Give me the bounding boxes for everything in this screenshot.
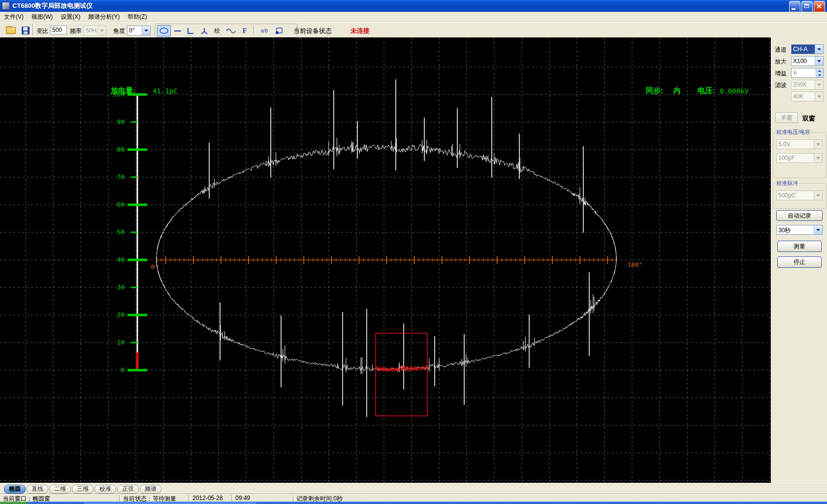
minimize-button[interactable]: [789, 1, 800, 12]
spectrum-icon: F: [243, 27, 247, 35]
save-button[interactable]: [19, 24, 32, 37]
auto-record-button[interactable]: 自动记录: [776, 210, 823, 221]
channel-label: 通道: [775, 46, 787, 54]
status-field-2: 2012-05-28: [192, 495, 223, 502]
two-d-view-icon: [187, 28, 194, 34]
single-window-button[interactable]: 单窗: [775, 112, 798, 123]
menu-item-0[interactable]: 文件(V): [0, 12, 28, 22]
angle-select[interactable]: 0°: [127, 26, 151, 35]
svg-text:90: 90: [117, 118, 125, 126]
toolbar: 变比 频率 50Hz 角度 0° 校 F: [0, 22, 827, 38]
stop-button[interactable]: 停止: [777, 256, 822, 268]
chevron-down-icon: [814, 154, 822, 162]
filter2-select: 40K: [791, 92, 824, 101]
voltage-label: 电压:: [698, 86, 715, 95]
three-d-view-button[interactable]: [197, 25, 211, 36]
windows-taskbar[interactable]: [0, 502, 827, 504]
app-window: CT6800数字局部放电测试仪 文件(V)视图(W)设置(X)频谱分析(Y)帮助…: [0, 0, 827, 504]
calib-pulse-select: 500pC: [776, 190, 823, 200]
view-tab-1[interactable]: 直线: [27, 485, 48, 494]
ratio-icon: a/b: [261, 28, 268, 33]
discharge-label: 放电量:: [111, 86, 135, 95]
line-view-button[interactable]: [171, 25, 185, 36]
ratio-input[interactable]: [50, 26, 67, 34]
filter-select: 200K: [791, 80, 824, 90]
calib-voltage-group-title: 校准电压/电容: [775, 128, 811, 136]
close-button[interactable]: [814, 1, 825, 12]
sine-view-button[interactable]: [224, 25, 238, 36]
calibration-button[interactable]: 校: [210, 25, 224, 36]
ratio-label: 变比: [36, 27, 48, 35]
menu-item-2[interactable]: 设置(X): [57, 12, 84, 22]
amplify-label: 放大: [775, 58, 787, 66]
view-tab-4[interactable]: 校准: [95, 485, 116, 494]
chevron-down-icon: [815, 92, 823, 101]
chevron-down-icon: [814, 140, 822, 149]
maximize-button[interactable]: [801, 1, 813, 12]
ratio-setting-button[interactable]: a/b: [257, 25, 271, 36]
view-tab-5[interactable]: 正弦: [117, 485, 139, 494]
frequency-select: 50Hz: [84, 26, 106, 35]
view-tab-2[interactable]: 二维: [49, 485, 71, 494]
chevron-down-icon: [97, 26, 106, 35]
view-tabs-bar: 椭圆直线二维三维校准正弦频谱: [0, 483, 827, 494]
device-status-label: 当前设备状态: [293, 27, 332, 35]
calib-voltage-group: 校准电压/电容 5.0V 100pF: [773, 132, 827, 178]
status-separator: [119, 495, 121, 502]
measure-button[interactable]: 测量: [777, 241, 822, 252]
spectrum-button[interactable]: F: [238, 25, 252, 36]
start-button[interactable]: [0, 502, 28, 504]
two-d-view-button[interactable]: [184, 25, 197, 36]
dual-window-button[interactable]: [272, 25, 286, 36]
plot-area: 10090807060504030201000°180° 放电量: 41.1pC…: [0, 37, 771, 483]
minimize-icon: [792, 8, 795, 10]
floppy-save-icon: [22, 27, 30, 34]
view-tab-6[interactable]: 频谱: [140, 485, 161, 494]
taskbar-button[interactable]: [84, 502, 256, 504]
chevron-down-icon[interactable]: [815, 45, 823, 54]
dual-window-label: 双窗: [802, 114, 815, 123]
menu-item-1[interactable]: 视图(W): [28, 12, 57, 22]
dual-window-icon: [275, 28, 283, 34]
ellipse-view-icon: [159, 28, 168, 34]
view-tool-group: 校 F a/b: [155, 24, 297, 37]
svg-text:10: 10: [117, 339, 125, 346]
folder-open-icon: [6, 27, 16, 34]
svg-text:80: 80: [117, 146, 125, 153]
open-file-button[interactable]: [4, 24, 18, 37]
svg-text:20: 20: [117, 311, 125, 318]
pd-ellipse-chart: 10090807060504030201000°180°: [0, 37, 771, 483]
chevron-down-icon[interactable]: [815, 57, 823, 65]
svg-text:50: 50: [117, 228, 125, 236]
status-bar: 当前窗口：椭圆窗当前状态：等待测量2012-05-2809:49记录剩余时间:0…: [0, 494, 827, 502]
status-separator: [293, 495, 295, 502]
svg-text:0: 0: [121, 366, 125, 374]
status-separator: [189, 495, 191, 502]
svg-text:70: 70: [117, 173, 125, 181]
chevron-down-icon[interactable]: [814, 225, 822, 234]
view-tab-0[interactable]: 椭圆: [4, 485, 26, 494]
calibration-icon: 校: [214, 27, 220, 35]
three-d-view-icon: [201, 28, 208, 34]
chevron-down-icon[interactable]: [142, 26, 150, 35]
record-interval-select[interactable]: 30秒: [776, 225, 823, 235]
menu-item-4[interactable]: 帮助(Z): [124, 12, 151, 22]
line-view-icon: [174, 28, 182, 34]
channel-select[interactable]: CH-A: [791, 44, 824, 54]
ellipse-view-button[interactable]: [157, 25, 171, 36]
gain-stepper[interactable]: 6: [791, 68, 824, 78]
filter-label: 滤波: [775, 81, 787, 90]
calib-pulse-group: 校准脉冲 500pC: [773, 183, 827, 209]
app-icon: [2, 2, 10, 10]
spin-down-icon[interactable]: [816, 73, 823, 77]
view-tab-3[interactable]: 三维: [72, 485, 94, 494]
menu-item-3[interactable]: 频谱分析(Y): [84, 12, 124, 22]
sine-view-icon: [226, 28, 236, 34]
calib-capacitance-select: 100pF: [776, 153, 823, 163]
spin-up-icon[interactable]: [816, 68, 823, 73]
amplify-select[interactable]: X100: [791, 56, 824, 66]
status-field-3: 09:49: [235, 495, 250, 502]
maximize-icon: [804, 4, 809, 8]
chevron-down-icon: [815, 80, 823, 89]
svg-text:60: 60: [117, 201, 125, 208]
